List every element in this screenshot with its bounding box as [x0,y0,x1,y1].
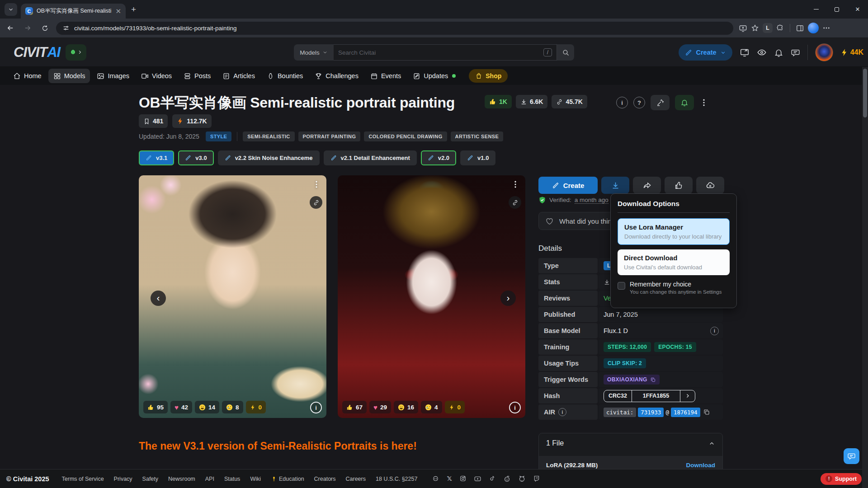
image-menu-icon[interactable] [312,180,321,189]
follow-notifications-button[interactable] [675,95,694,110]
search-category-select[interactable]: Models [294,44,334,61]
verified-time[interactable]: a month ago [575,197,609,204]
browser-tab[interactable]: C OB半写实肖像画 Semi-realisti ✕ [21,4,126,19]
new-tab-button[interactable]: + [131,5,136,14]
page-scrollbar[interactable] [862,67,868,488]
vault-button[interactable] [696,177,724,194]
like-button[interactable] [665,177,693,194]
instagram-icon[interactable] [459,475,467,482]
tiktok-icon[interactable] [489,475,496,482]
nav-item-updates[interactable]: Updates [408,69,461,83]
info-icon[interactable]: i [616,97,628,108]
copy-icon[interactable] [703,408,710,416]
base-model-info-icon[interactable]: i [710,327,719,335]
image-link-icon[interactable] [509,196,521,209]
version-v1-0[interactable]: v1.0 [460,150,495,165]
download-button[interactable] [601,177,629,194]
green-supporter-badge[interactable] [66,44,86,61]
twitch-icon[interactable] [533,475,540,482]
footer-link-careers[interactable]: Careers [346,476,366,482]
tag-style[interactable]: STYLE [206,131,231,141]
address-bar[interactable]: civitai.com/models/731933/ob-semi-realis… [56,22,733,35]
footer-link-privacy[interactable]: Privacy [114,476,132,482]
browsing-level-eye-icon[interactable] [757,47,767,57]
nav-item-videos[interactable]: Videos [136,69,177,83]
remember-checkbox[interactable] [618,282,625,290]
notifications-bell-icon[interactable] [774,48,783,57]
side-panel-icon[interactable] [796,24,804,33]
maximize-button[interactable] [826,0,847,19]
air-info-icon[interactable]: i [558,408,566,416]
bookmarks-badge[interactable]: 481 [139,114,168,128]
reaction-cry[interactable]: 8 [222,401,243,413]
browser-profile-avatar[interactable] [808,23,819,33]
nav-item-articles[interactable]: Articles [217,69,260,83]
nav-item-events[interactable]: Events [365,69,406,83]
reaction-like[interactable]: 67 [342,401,367,413]
civitai-logo[interactable]: CIVITAI [14,44,60,61]
user-avatar[interactable] [815,43,833,61]
scrollbar-thumb[interactable] [863,69,867,117]
file-download-link[interactable]: Download [686,462,716,469]
image-link-icon[interactable] [310,196,322,209]
footer-link-terms[interactable]: Terms of Service [62,476,104,482]
model-image-2[interactable]: 67 ♥29 16 4 0 i [338,175,525,418]
carousel-next-button[interactable]: › [500,291,516,306]
reaction-laugh[interactable]: 16 [394,401,418,413]
hash-value[interactable]: 1FFA1855 [632,390,680,402]
image-info-icon[interactable]: i [310,402,322,413]
forward-button[interactable] [21,21,34,35]
nav-item-images[interactable]: Images [92,69,134,83]
support-chat-button[interactable] [844,448,859,464]
minimize-button[interactable] [806,0,826,19]
reaction-zap[interactable]: 0 [445,401,465,413]
image-info-icon[interactable]: i [509,402,521,413]
support-button[interactable]: ! Support [821,473,862,485]
reaction-heart[interactable]: ♥29 [369,401,391,413]
browser-menu-icon[interactable] [822,24,830,32]
hash-widget[interactable]: CRC32 1FFA1855 [604,390,695,402]
tag-semi-realistic[interactable]: SEMI-REALISTIC [243,131,294,141]
version-v2-1[interactable]: v2.1 Detail Enhancement [324,150,417,165]
tab-close-icon[interactable]: ✕ [115,7,121,15]
buzz-tip-badge[interactable]: 112.7K [172,114,211,128]
help-icon[interactable]: ? [633,97,645,108]
back-button[interactable] [4,21,17,35]
model-image-1[interactable]: 95 ♥42 14 8 0 i [139,175,326,418]
buzz-balance[interactable]: 44K [840,48,863,56]
footer-link-2257[interactable]: 18 U.S.C. §2257 [376,476,417,482]
version-v3-0[interactable]: v3.0 [178,150,213,165]
share-button[interactable] [633,177,661,194]
nav-item-shop[interactable]: Shop [469,69,508,83]
nav-item-challenges[interactable]: Challenges [310,69,363,83]
footer-link-safety[interactable]: Safety [142,476,158,482]
reaction-zap[interactable]: 0 [246,401,266,413]
version-v2-2[interactable]: v2.2 Skin Noise Enhanceme [218,150,320,165]
likes-badge[interactable]: 1K [485,95,512,108]
tab-search-button[interactable] [5,3,17,16]
trigger-word-pill[interactable]: OBXIAOXIANG [604,375,660,385]
option-direct-download[interactable]: Direct Download Use Civitai's default do… [618,249,730,275]
nav-item-home[interactable]: Home [8,69,47,83]
tag-colored-pencil[interactable]: COLORED PENCIL DRAWING [364,131,447,141]
site-settings-icon[interactable] [62,24,70,32]
mod-actions-button[interactable] [651,95,670,110]
footer-link-newsroom[interactable]: Newsroom [168,476,195,482]
github-icon[interactable] [518,475,526,483]
carousel-prev-button[interactable]: ‹ [151,291,166,306]
reaction-cry[interactable]: 4 [421,401,442,413]
footer-link-wiki[interactable]: Wiki [250,476,261,482]
files-header[interactable]: 1 File [539,433,722,453]
image-menu-icon[interactable] [511,180,520,189]
reaction-heart[interactable]: ♥42 [170,401,192,413]
air-model-id[interactable]: 731933 [638,408,664,417]
nav-item-models[interactable]: Models [48,69,90,83]
option-use-lora-manager[interactable]: Use Lora Manager Download directly to yo… [618,218,730,245]
tag-portrait-painting[interactable]: PORTRAIT PAINTING [298,131,361,141]
extensions-puzzle-icon[interactable] [776,24,784,32]
nav-item-bounties[interactable]: Bounties [262,69,308,83]
bookmark-star-icon[interactable] [751,24,759,32]
version-v2-0[interactable]: v2.0 [421,150,456,165]
footer-link-creators[interactable]: Creators [314,476,336,482]
tag-artistic-sense[interactable]: ARTISTIC SENSE [451,131,504,141]
